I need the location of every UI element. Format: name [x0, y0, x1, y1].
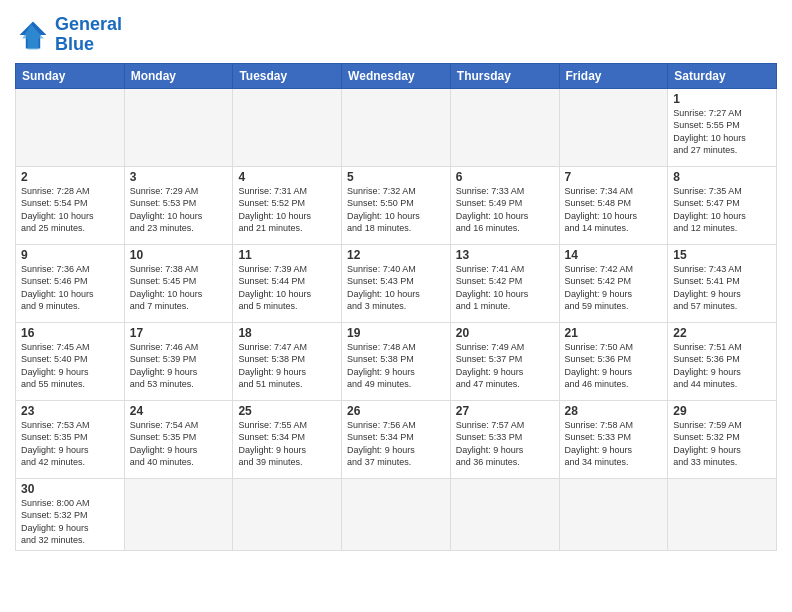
- logo-blue: Blue: [55, 34, 94, 54]
- calendar-cell: 23Sunrise: 7:53 AM Sunset: 5:35 PM Dayli…: [16, 400, 125, 478]
- calendar-cell: 22Sunrise: 7:51 AM Sunset: 5:36 PM Dayli…: [668, 322, 777, 400]
- calendar-cell: 17Sunrise: 7:46 AM Sunset: 5:39 PM Dayli…: [124, 322, 233, 400]
- day-info: Sunrise: 7:36 AM Sunset: 5:46 PM Dayligh…: [21, 263, 119, 313]
- day-info: Sunrise: 7:41 AM Sunset: 5:42 PM Dayligh…: [456, 263, 554, 313]
- calendar-cell: 20Sunrise: 7:49 AM Sunset: 5:37 PM Dayli…: [450, 322, 559, 400]
- day-info: Sunrise: 7:39 AM Sunset: 5:44 PM Dayligh…: [238, 263, 336, 313]
- calendar-cell: 15Sunrise: 7:43 AM Sunset: 5:41 PM Dayli…: [668, 244, 777, 322]
- day-info: Sunrise: 7:49 AM Sunset: 5:37 PM Dayligh…: [456, 341, 554, 391]
- day-number: 28: [565, 404, 663, 418]
- day-info: Sunrise: 7:28 AM Sunset: 5:54 PM Dayligh…: [21, 185, 119, 235]
- calendar-cell: 27Sunrise: 7:57 AM Sunset: 5:33 PM Dayli…: [450, 400, 559, 478]
- calendar-row-2: 2Sunrise: 7:28 AM Sunset: 5:54 PM Daylig…: [16, 166, 777, 244]
- day-number: 14: [565, 248, 663, 262]
- day-number: 21: [565, 326, 663, 340]
- calendar-cell: [559, 478, 668, 550]
- day-info: Sunrise: 7:32 AM Sunset: 5:50 PM Dayligh…: [347, 185, 445, 235]
- day-number: 20: [456, 326, 554, 340]
- calendar-cell: 11Sunrise: 7:39 AM Sunset: 5:44 PM Dayli…: [233, 244, 342, 322]
- weekday-header-friday: Friday: [559, 63, 668, 88]
- day-number: 2: [21, 170, 119, 184]
- calendar-cell: 5Sunrise: 7:32 AM Sunset: 5:50 PM Daylig…: [342, 166, 451, 244]
- calendar-table: SundayMondayTuesdayWednesdayThursdayFrid…: [15, 63, 777, 551]
- day-info: Sunrise: 7:53 AM Sunset: 5:35 PM Dayligh…: [21, 419, 119, 469]
- calendar-cell: 3Sunrise: 7:29 AM Sunset: 5:53 PM Daylig…: [124, 166, 233, 244]
- calendar-cell: 28Sunrise: 7:58 AM Sunset: 5:33 PM Dayli…: [559, 400, 668, 478]
- day-number: 16: [21, 326, 119, 340]
- day-number: 29: [673, 404, 771, 418]
- calendar-cell: [342, 478, 451, 550]
- day-number: 3: [130, 170, 228, 184]
- day-info: Sunrise: 7:58 AM Sunset: 5:33 PM Dayligh…: [565, 419, 663, 469]
- day-number: 8: [673, 170, 771, 184]
- calendar-cell: 9Sunrise: 7:36 AM Sunset: 5:46 PM Daylig…: [16, 244, 125, 322]
- calendar-row-5: 23Sunrise: 7:53 AM Sunset: 5:35 PM Dayli…: [16, 400, 777, 478]
- day-number: 4: [238, 170, 336, 184]
- weekday-header-sunday: Sunday: [16, 63, 125, 88]
- day-info: Sunrise: 7:43 AM Sunset: 5:41 PM Dayligh…: [673, 263, 771, 313]
- weekday-header-monday: Monday: [124, 63, 233, 88]
- calendar-cell: 24Sunrise: 7:54 AM Sunset: 5:35 PM Dayli…: [124, 400, 233, 478]
- calendar-cell: 13Sunrise: 7:41 AM Sunset: 5:42 PM Dayli…: [450, 244, 559, 322]
- day-number: 27: [456, 404, 554, 418]
- weekday-header-row: SundayMondayTuesdayWednesdayThursdayFrid…: [16, 63, 777, 88]
- day-info: Sunrise: 7:42 AM Sunset: 5:42 PM Dayligh…: [565, 263, 663, 313]
- calendar-row-6: 30Sunrise: 8:00 AM Sunset: 5:32 PM Dayli…: [16, 478, 777, 550]
- header: General Blue: [15, 15, 777, 55]
- day-info: Sunrise: 7:56 AM Sunset: 5:34 PM Dayligh…: [347, 419, 445, 469]
- calendar-cell: 12Sunrise: 7:40 AM Sunset: 5:43 PM Dayli…: [342, 244, 451, 322]
- day-info: Sunrise: 7:35 AM Sunset: 5:47 PM Dayligh…: [673, 185, 771, 235]
- calendar-cell: 26Sunrise: 7:56 AM Sunset: 5:34 PM Dayli…: [342, 400, 451, 478]
- day-info: Sunrise: 7:55 AM Sunset: 5:34 PM Dayligh…: [238, 419, 336, 469]
- calendar-cell: 25Sunrise: 7:55 AM Sunset: 5:34 PM Dayli…: [233, 400, 342, 478]
- day-info: Sunrise: 7:40 AM Sunset: 5:43 PM Dayligh…: [347, 263, 445, 313]
- day-info: Sunrise: 7:48 AM Sunset: 5:38 PM Dayligh…: [347, 341, 445, 391]
- day-info: Sunrise: 8:00 AM Sunset: 5:32 PM Dayligh…: [21, 497, 119, 547]
- calendar-cell: 6Sunrise: 7:33 AM Sunset: 5:49 PM Daylig…: [450, 166, 559, 244]
- calendar-cell: 2Sunrise: 7:28 AM Sunset: 5:54 PM Daylig…: [16, 166, 125, 244]
- calendar-cell: 8Sunrise: 7:35 AM Sunset: 5:47 PM Daylig…: [668, 166, 777, 244]
- day-number: 17: [130, 326, 228, 340]
- calendar-cell: 30Sunrise: 8:00 AM Sunset: 5:32 PM Dayli…: [16, 478, 125, 550]
- day-number: 6: [456, 170, 554, 184]
- day-number: 26: [347, 404, 445, 418]
- day-info: Sunrise: 7:51 AM Sunset: 5:36 PM Dayligh…: [673, 341, 771, 391]
- calendar-cell: 10Sunrise: 7:38 AM Sunset: 5:45 PM Dayli…: [124, 244, 233, 322]
- weekday-header-thursday: Thursday: [450, 63, 559, 88]
- day-info: Sunrise: 7:29 AM Sunset: 5:53 PM Dayligh…: [130, 185, 228, 235]
- calendar-cell: [559, 88, 668, 166]
- day-number: 7: [565, 170, 663, 184]
- day-number: 12: [347, 248, 445, 262]
- day-number: 10: [130, 248, 228, 262]
- day-number: 11: [238, 248, 336, 262]
- calendar-cell: [124, 88, 233, 166]
- logo-icon: [15, 17, 51, 53]
- page: General Blue SundayMondayTuesdayWednesda…: [0, 0, 792, 612]
- calendar-row-1: 1Sunrise: 7:27 AM Sunset: 5:55 PM Daylig…: [16, 88, 777, 166]
- day-info: Sunrise: 7:34 AM Sunset: 5:48 PM Dayligh…: [565, 185, 663, 235]
- day-info: Sunrise: 7:27 AM Sunset: 5:55 PM Dayligh…: [673, 107, 771, 157]
- day-number: 19: [347, 326, 445, 340]
- calendar-cell: 16Sunrise: 7:45 AM Sunset: 5:40 PM Dayli…: [16, 322, 125, 400]
- logo-text: General Blue: [55, 15, 122, 55]
- day-number: 23: [21, 404, 119, 418]
- day-info: Sunrise: 7:47 AM Sunset: 5:38 PM Dayligh…: [238, 341, 336, 391]
- logo: General Blue: [15, 15, 122, 55]
- day-number: 1: [673, 92, 771, 106]
- weekday-header-tuesday: Tuesday: [233, 63, 342, 88]
- day-number: 22: [673, 326, 771, 340]
- weekday-header-saturday: Saturday: [668, 63, 777, 88]
- calendar-cell: [450, 88, 559, 166]
- day-number: 18: [238, 326, 336, 340]
- day-info: Sunrise: 7:31 AM Sunset: 5:52 PM Dayligh…: [238, 185, 336, 235]
- weekday-header-wednesday: Wednesday: [342, 63, 451, 88]
- day-number: 13: [456, 248, 554, 262]
- calendar-row-4: 16Sunrise: 7:45 AM Sunset: 5:40 PM Dayli…: [16, 322, 777, 400]
- calendar-cell: [450, 478, 559, 550]
- calendar-cell: 1Sunrise: 7:27 AM Sunset: 5:55 PM Daylig…: [668, 88, 777, 166]
- day-info: Sunrise: 7:45 AM Sunset: 5:40 PM Dayligh…: [21, 341, 119, 391]
- day-number: 25: [238, 404, 336, 418]
- calendar-cell: 4Sunrise: 7:31 AM Sunset: 5:52 PM Daylig…: [233, 166, 342, 244]
- calendar-cell: [233, 478, 342, 550]
- logo-general: General: [55, 14, 122, 34]
